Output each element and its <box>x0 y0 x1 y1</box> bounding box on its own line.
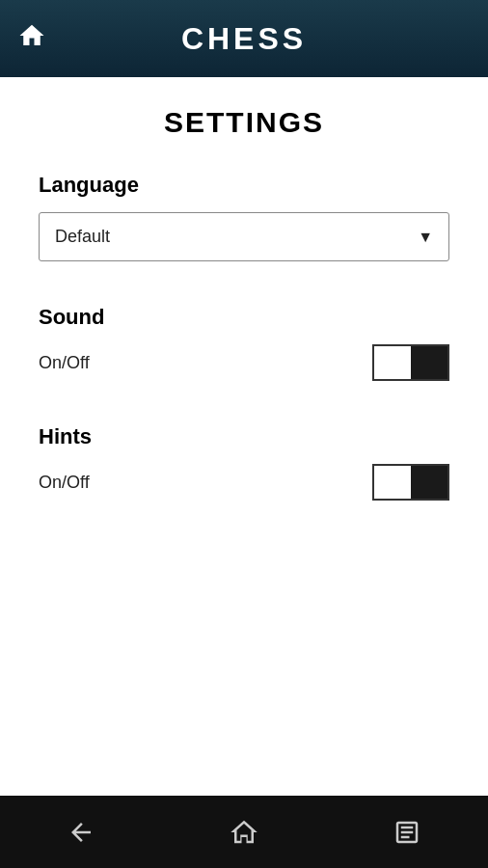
back-button[interactable] <box>67 818 95 847</box>
sound-toggle-left <box>374 346 411 379</box>
home-button[interactable] <box>230 818 258 847</box>
hints-section: Hints On/Off <box>39 424 449 501</box>
top-navigation-bar: CHESS <box>0 0 488 77</box>
chevron-down-icon: ▼ <box>418 229 433 246</box>
app-title: CHESS <box>181 21 307 57</box>
sound-label: Sound <box>39 305 449 330</box>
hints-toggle-right <box>411 466 447 499</box>
sound-section: Sound On/Off <box>39 305 449 381</box>
language-dropdown-value: Default <box>55 227 110 247</box>
language-section: Language Default ▼ <box>39 173 449 261</box>
hints-toggle-left <box>374 466 411 499</box>
home-icon[interactable] <box>17 21 46 57</box>
hints-toggle-row: On/Off <box>39 464 449 501</box>
language-dropdown[interactable]: Default ▼ <box>39 212 449 261</box>
bottom-navigation-bar <box>0 796 488 868</box>
hints-toggle-label: On/Off <box>39 473 90 493</box>
hints-toggle[interactable] <box>372 464 449 501</box>
language-label: Language <box>39 173 449 198</box>
sound-toggle-row: On/Off <box>39 344 449 381</box>
hints-label: Hints <box>39 424 449 449</box>
settings-content: SETTINGS Language Default ▼ Sound On/Off… <box>0 77 488 796</box>
sound-toggle-right <box>411 346 447 379</box>
page-title: SETTINGS <box>39 106 449 139</box>
recents-button[interactable] <box>393 818 421 847</box>
sound-toggle-label: On/Off <box>39 353 90 373</box>
sound-toggle[interactable] <box>372 344 449 381</box>
